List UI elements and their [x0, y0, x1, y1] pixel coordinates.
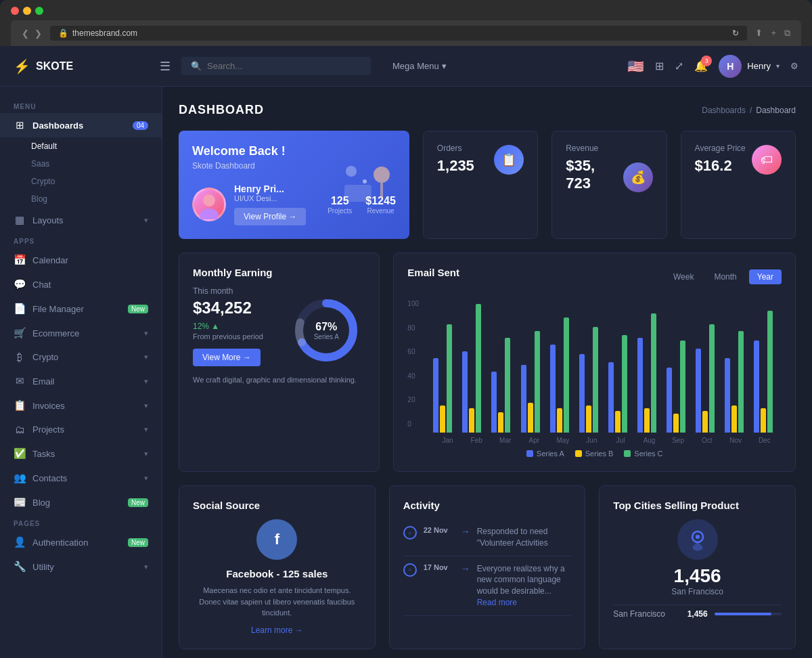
bar-series-a — [491, 372, 497, 433]
sidebar-item-calendar[interactable]: 📅 Calendar — [0, 248, 162, 272]
cities-title: Top Cities Selling Product — [613, 500, 782, 511]
x-axis: JanFeb MarApr MayJun JulAug SepOct NovDe… — [430, 433, 782, 444]
avatar-svg — [194, 190, 224, 219]
avg-price-icon: 🏷 — [761, 153, 773, 167]
svg-point-5 — [374, 167, 390, 183]
chevron-icon: ▾ — [144, 474, 148, 483]
sidebar-item-dashboards[interactable]: ⊞ Dashboards 04 — [0, 113, 162, 137]
sidebar-item-file-manager[interactable]: 📄 File Manager New — [0, 297, 162, 321]
mega-menu-button[interactable]: Mega Menu ▾ — [392, 61, 447, 71]
crypto-icon: ₿ — [14, 351, 26, 363]
bar-series-c — [447, 324, 452, 433]
bar-series-c — [535, 331, 540, 433]
svg-point-1 — [200, 209, 219, 219]
bar-series-a — [608, 362, 614, 433]
cities-card: Top Cities Selling Product 1,456 San Fra… — [599, 485, 796, 649]
flag-icon[interactable]: 🇺🇸 — [627, 58, 644, 74]
menu-section-label: MENU — [0, 97, 162, 113]
cities-icon-wrap — [677, 519, 718, 560]
earning-footer: We craft digital, graphic and dimensiona… — [193, 374, 365, 386]
bar-series-a — [637, 338, 643, 433]
bar-group — [608, 335, 633, 433]
bar-series-a — [754, 341, 759, 433]
ecommerce-icon: 🛒 — [14, 327, 26, 339]
sidebar-sub-crypto[interactable]: Crypto — [31, 173, 162, 190]
sidebar-item-ecommerce[interactable]: 🛒 Ecommerce ▾ — [0, 321, 162, 345]
fullscreen-icon[interactable]: ⤢ — [675, 60, 683, 72]
bar-series-b — [557, 408, 562, 433]
page-header: DASHBOARD Dashboards / Dashboard — [179, 103, 796, 117]
hamburger-button[interactable]: ☰ — [160, 59, 171, 74]
tab-week[interactable]: Week — [665, 269, 702, 284]
profile-info: Henry Pri... UI/UX Desi... View Profile … — [234, 183, 306, 225]
chevron-down-icon: ▾ — [776, 62, 780, 70]
bar-series-b — [644, 408, 650, 433]
arrow-icon: → — [461, 526, 470, 537]
social-card: Social Source f Facebook - 125 sales Mae… — [179, 485, 376, 649]
sidebar-item-authentication[interactable]: 👤 Authentication New — [0, 530, 162, 554]
sidebar-sub-saas[interactable]: Saas — [31, 155, 162, 173]
sidebar-sub-blog[interactable]: Blog — [31, 190, 162, 208]
sidebar-item-chat[interactable]: 💬 Chat — [0, 272, 162, 297]
tab-month[interactable]: Month — [706, 269, 744, 284]
settings-icon[interactable]: ⚙ — [790, 61, 798, 71]
tab-year[interactable]: Year — [749, 269, 782, 284]
row-1: Welcome Back ! Skote Dashboard — [179, 131, 796, 239]
view-profile-button[interactable]: View Profile → — [234, 208, 306, 225]
bar-group — [491, 338, 516, 433]
sidebar-label: Ecommerce — [32, 328, 137, 338]
earning-month: This month — [193, 286, 263, 296]
activity-item-1: ○ 22 Nov → Responded to need "Volunteer … — [403, 519, 572, 556]
bar-group — [725, 331, 750, 433]
apps-section-label: APPS — [0, 232, 162, 248]
notification-badge: 3 — [701, 56, 712, 66]
bar-series-b — [761, 408, 766, 433]
activity-circle: ○ — [403, 526, 417, 540]
chart-header: Email Sent Week Month Year — [407, 267, 782, 286]
svg-point-11 — [696, 535, 700, 539]
url-bar[interactable]: 🔒 themesbrand.com ↻ — [50, 26, 747, 41]
sidebar-item-crypto[interactable]: ₿ Crypto ▾ — [0, 345, 162, 369]
view-more-button[interactable]: View More → — [193, 349, 261, 366]
invoices-icon: 📋 — [14, 399, 26, 412]
refresh-icon[interactable]: ↻ — [732, 28, 739, 38]
sidebar-label: Invoices — [32, 401, 137, 411]
minimize-dot — [23, 7, 31, 15]
sidebar-item-blog[interactable]: 📰 Blog New — [0, 490, 162, 514]
dashboard-grid: Welcome Back ! Skote Dashboard — [179, 131, 796, 649]
read-more-link[interactable]: Read more — [477, 598, 517, 607]
bar-series-a — [579, 354, 585, 433]
search-bar[interactable]: 🔍 — [181, 57, 371, 75]
sidebar-label: Email — [32, 376, 137, 387]
notification-icon[interactable]: 🔔 3 — [694, 60, 708, 72]
avatar: H — [719, 55, 742, 78]
bar-series-b — [469, 408, 474, 433]
search-icon: 🔍 — [191, 61, 202, 71]
sidebar-label: Chat — [32, 280, 148, 290]
search-input[interactable] — [207, 61, 361, 71]
email-icon: ✉ — [14, 375, 26, 387]
sidebar-item-layouts[interactable]: ▦ Layouts ▾ — [0, 208, 162, 232]
user-menu[interactable]: H Henry ▾ — [719, 55, 780, 78]
bar-group — [696, 324, 721, 433]
grid-icon[interactable]: ⊞ — [655, 60, 664, 72]
sidebar-item-projects[interactable]: 🗂 Projects ▾ — [0, 418, 162, 441]
bar-series-c — [476, 304, 481, 433]
sidebar-label: Tasks — [32, 449, 137, 459]
sidebar-item-invoices[interactable]: 📋 Invoices ▾ — [0, 393, 162, 418]
chart-title: Email Sent — [407, 267, 459, 278]
sidebar-item-email[interactable]: ✉ Email ▾ — [0, 369, 162, 393]
close-dot — [11, 7, 19, 15]
sidebar-item-utility[interactable]: 🔧 Utility ▾ — [0, 554, 162, 579]
sidebar-item-contacts[interactable]: 👥 Contacts ▾ — [0, 466, 162, 490]
metric-card-orders: Orders 1,235 📋 — [423, 131, 538, 239]
facebook-icon: f — [275, 531, 279, 548]
learn-more-link[interactable]: Learn more → — [193, 626, 361, 635]
sidebar-item-tasks[interactable]: ✅ Tasks ▾ — [0, 441, 162, 466]
chevron-icon: ▾ — [144, 563, 148, 571]
bar-series-b — [731, 405, 737, 433]
bar-series-b — [702, 411, 708, 433]
sidebar: MENU ⊞ Dashboards 04 Default Saas Crypto… — [0, 87, 162, 658]
sidebar-label: Calendar — [32, 255, 148, 265]
sidebar-sub-default[interactable]: Default — [31, 137, 162, 155]
